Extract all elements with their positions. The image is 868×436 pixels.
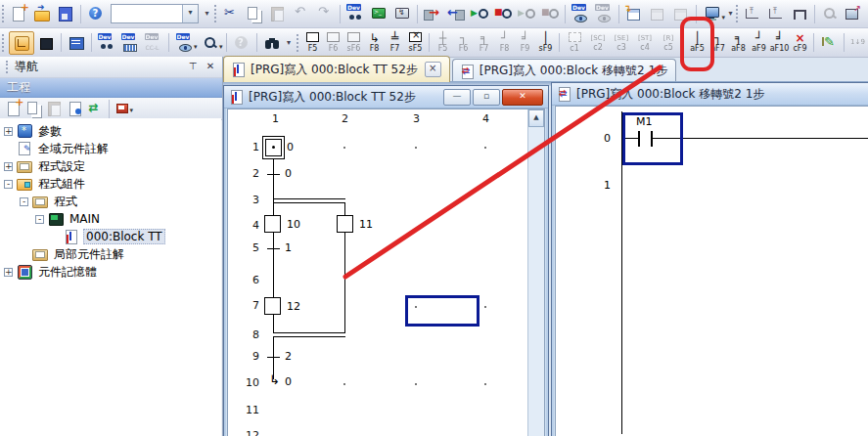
device-find2-button[interactable]: Dev xyxy=(95,31,118,55)
sfc-step-12[interactable] xyxy=(264,297,281,315)
tree-item-parameters[interactable]: +參數 xyxy=(0,122,221,140)
sfc-step-11[interactable] xyxy=(337,215,353,233)
sfc-sc-step-c2[interactable]: [SC]c2 xyxy=(586,29,610,56)
vertical-scrollbar[interactable]: ▲ xyxy=(527,109,544,436)
sfc-delete-line-cf9[interactable]: ×cF9 xyxy=(790,29,810,56)
sfc-se-step-c3[interactable]: [SE]c3 xyxy=(610,29,633,56)
toolbar-grip[interactable] xyxy=(297,34,300,52)
expand-icon[interactable]: + xyxy=(4,268,13,277)
read-from-plc-button[interactable] xyxy=(444,2,468,25)
line-statement-button[interactable]: 1↓9 xyxy=(847,29,868,56)
module-configuration-button[interactable] xyxy=(34,31,58,55)
redo-button[interactable] xyxy=(313,2,337,25)
sfc-parallel-branch-f7[interactable]: ╕F7 xyxy=(474,29,494,56)
panel-grip[interactable] xyxy=(6,61,12,73)
sfc-editor-canvas[interactable]: 0 0 10 11 1 12 xyxy=(227,109,545,436)
scroll-up-icon[interactable]: ▲ xyxy=(528,109,544,127)
device-display-off-button[interactable]: Dev xyxy=(592,2,616,25)
toolbar-grip[interactable] xyxy=(736,5,738,22)
quick-search-combo[interactable]: ▾ xyxy=(111,4,199,23)
close-icon[interactable]: ✕ xyxy=(203,60,218,74)
tree-item-global-comment[interactable]: 全域元件註解 xyxy=(0,140,221,157)
sfc-step-f5[interactable]: F5 xyxy=(302,29,323,56)
window-tile-v-button[interactable] xyxy=(669,2,693,25)
sfc-jump-f8[interactable]: ↳F8 xyxy=(364,29,385,56)
save-project-button[interactable] xyxy=(54,2,77,25)
chevron-down-icon[interactable]: ▾ xyxy=(182,5,198,22)
sfc-st-step-c4[interactable]: [ST]c4 xyxy=(633,29,657,56)
sfc-initial-step[interactable] xyxy=(265,139,282,156)
new-data-button[interactable] xyxy=(3,99,23,118)
device-display2-button[interactable]: Dev xyxy=(172,31,198,55)
sfc-transition-tick[interactable] xyxy=(267,357,280,358)
close-button[interactable]: ✕ xyxy=(502,89,543,106)
sfc-parallel-merge-f9[interactable]: ╛F9 xyxy=(515,29,535,56)
device-display-on-button[interactable]: Dev xyxy=(569,2,592,25)
tree-item-program-setting[interactable]: +程式設定 xyxy=(0,157,221,175)
undo-button[interactable] xyxy=(290,2,313,25)
sfc-comment-c1[interactable]: c1 xyxy=(563,29,586,56)
monitor-stop-all-button[interactable] xyxy=(538,2,562,25)
minimize-button[interactable]: — xyxy=(443,89,471,106)
tree-item-device-memory[interactable]: +元件記憶體 xyxy=(0,263,221,281)
scaling-upload-button[interactable] xyxy=(741,2,764,25)
write-to-plc-button[interactable] xyxy=(421,2,444,25)
tree-item-pou[interactable]: -程式組件 xyxy=(0,175,221,193)
device-batch-monitor-button[interactable] xyxy=(390,2,414,25)
toolbar-overflow-button[interactable]: ▾ xyxy=(284,32,295,54)
screen-capture-button[interactable] xyxy=(842,2,865,25)
copy-data-button[interactable] xyxy=(23,99,44,118)
refresh-view-button[interactable] xyxy=(85,99,106,118)
navigation-window-toggle[interactable] xyxy=(9,31,34,55)
pin-icon[interactable]: ⊤ xyxy=(185,60,201,74)
project-section-header[interactable]: 工程 xyxy=(0,78,222,98)
sfc-block-start-sf6[interactable]: sF6 xyxy=(343,29,364,56)
sfc-step-10[interactable] xyxy=(264,215,281,233)
window-cascade-button[interactable] xyxy=(622,2,646,25)
expand-icon[interactable]: + xyxy=(4,127,13,136)
sfc-insert-branch-af8[interactable]: ╕aF8 xyxy=(728,29,749,56)
edit-comment-button[interactable] xyxy=(817,31,841,55)
sfc-selection-branch-f6[interactable]: ┐F6 xyxy=(453,29,474,56)
tree-item-main[interactable]: -MAIN xyxy=(0,210,221,228)
monitor-start-all-button[interactable] xyxy=(515,2,538,25)
device-find-button[interactable]: Dev xyxy=(343,2,367,25)
pulse-conversion-button[interactable] xyxy=(788,2,811,25)
sfc-transition-tick[interactable] xyxy=(267,248,280,249)
paste-button[interactable] xyxy=(266,2,290,25)
sort-filter-button[interactable] xyxy=(113,99,133,118)
close-tab-icon[interactable]: × xyxy=(425,62,441,77)
sfc-transition-f5[interactable]: ┼F5 xyxy=(433,29,453,56)
sfc-insert-merge-af9[interactable]: ┘aF9 xyxy=(749,29,769,56)
device-cclink-button[interactable]: DevCC-L xyxy=(142,31,165,55)
scaling-download-button[interactable] xyxy=(764,2,788,25)
help-button[interactable] xyxy=(84,2,108,25)
cut-button[interactable] xyxy=(219,2,243,25)
help2-button[interactable] xyxy=(230,31,253,55)
tab-transition-2[interactable]: [PRG]寫入 000:Block 移轉號2 1步 xyxy=(452,59,676,82)
sfc-insert-vline-af5[interactable]: │aF5 xyxy=(687,29,708,56)
data-property-button[interactable] xyxy=(65,99,85,118)
monitor-start-button[interactable] xyxy=(468,2,491,25)
sfc-insert-merge-af10[interactable]: ╛aF10 xyxy=(769,29,790,56)
toolbar-grip[interactable] xyxy=(2,5,4,22)
sfc-r-step-c5[interactable]: [R]c5 xyxy=(657,29,680,56)
expand-icon[interactable]: + xyxy=(4,162,13,171)
sfc-vline-sf9[interactable]: │sF9 xyxy=(535,29,556,56)
find-replace-button[interactable] xyxy=(260,31,284,55)
sfc-dummy-step-sf5[interactable]: sF5 xyxy=(405,29,426,56)
toolbar-grip[interactable] xyxy=(2,34,6,52)
sfc-block-start-f6[interactable]: F6 xyxy=(323,29,343,56)
sfc-window-titlebar[interactable]: [PRG]寫入 000:Block TT 52步 — ▫ ✕ xyxy=(224,86,548,109)
restore-button[interactable]: ▫ xyxy=(473,89,500,106)
tab-block-tt[interactable]: [PRG]寫入 000:Block TT 52步× xyxy=(223,56,450,82)
toolbar-overflow-button[interactable]: ▾ xyxy=(725,3,736,24)
sfc-end-step-f7[interactable]: ╧F7 xyxy=(385,29,405,56)
collapse-icon[interactable]: - xyxy=(35,215,44,224)
device-batch-button[interactable]: Dev xyxy=(118,31,142,55)
tree-item-local-comment[interactable]: 局部元件註解 xyxy=(0,245,221,263)
new-project-button[interactable] xyxy=(7,2,30,25)
toolbar-grip[interactable] xyxy=(214,5,216,22)
device-monitor-button[interactable] xyxy=(367,2,390,25)
copy-button[interactable] xyxy=(243,2,266,25)
